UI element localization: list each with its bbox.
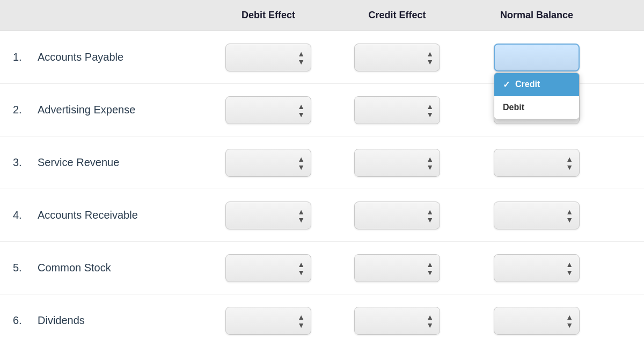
- row-label-6: 6. Dividends: [0, 314, 204, 327]
- row-label-4: 4. Accounts Receivable: [0, 209, 204, 221]
- header-normal: Normal Balance: [462, 8, 612, 23]
- debit-select-4[interactable]: Credit Debit: [225, 202, 311, 229]
- check-icon: ✓: [503, 80, 510, 90]
- debit-select-wrapper-3: Credit Debit ▲▼: [225, 149, 311, 177]
- row-label-5: 5. Common Stock: [0, 262, 204, 274]
- table-header: Debit Effect Credit Effect Normal Balanc…: [0, 0, 644, 31]
- debit-select-wrapper-1: Credit Debit ▲ ▼: [225, 44, 311, 71]
- dropdown-option-debit[interactable]: Debit: [494, 96, 579, 119]
- table-row: 4. Accounts Receivable Credit Debit ▲▼ C…: [0, 189, 644, 242]
- dropdown-option-credit[interactable]: ✓ Credit: [494, 73, 579, 96]
- row-number-6: 6.: [13, 314, 28, 327]
- table-row: 5. Common Stock Credit Debit ▲▼ Credit D…: [0, 242, 644, 294]
- debit-cell-5: Credit Debit ▲▼: [204, 254, 333, 282]
- debit-cell-1: Credit Debit ▲ ▼: [204, 44, 333, 71]
- credit-cell-3: Credit Debit ▲▼: [333, 149, 462, 177]
- row-number-3: 3.: [13, 156, 28, 169]
- credit-cell-1: Credit Debit ▲ ▼: [333, 44, 462, 71]
- normal-cell-5: Credit Debit ▲▼: [462, 254, 612, 282]
- credit-cell-5: Credit Debit ▲▼: [333, 254, 462, 282]
- header-debit: Debit Effect: [204, 8, 333, 23]
- normal-dropdown-menu-1: ✓ Credit Debit: [494, 73, 580, 119]
- normal-select-6[interactable]: Credit Debit: [494, 307, 580, 335]
- credit-select-4[interactable]: Credit Debit: [354, 202, 440, 229]
- normal-cell-6: Credit Debit ▲▼: [462, 307, 612, 335]
- row-number-2: 2.: [13, 104, 28, 116]
- option-label-debit: Debit: [503, 103, 524, 112]
- row-name-1: Accounts Payable: [38, 51, 123, 63]
- normal-select-wrapper-3: Credit Debit ▲▼: [494, 149, 580, 177]
- row-label-2: 2. Advertising Expense: [0, 104, 204, 116]
- normal-select-wrapper-4: Credit Debit ▲▼: [494, 202, 580, 229]
- row-label-1: 1. Accounts Payable: [0, 51, 204, 63]
- row-name-6: Dividends: [38, 314, 85, 327]
- row-name-3: Service Revenue: [38, 156, 119, 169]
- normal-cell-3: Credit Debit ▲▼: [462, 149, 612, 177]
- debit-select-3[interactable]: Credit Debit: [225, 149, 311, 177]
- row-name-2: Advertising Expense: [38, 104, 135, 116]
- row-name-4: Accounts Receivable: [38, 209, 138, 221]
- accounting-table: Debit Effect Credit Effect Normal Balanc…: [0, 0, 644, 338]
- debit-select-wrapper-5: Credit Debit ▲▼: [225, 254, 311, 282]
- credit-cell-6: Credit Debit ▲▼: [333, 307, 462, 335]
- table-row: 3. Service Revenue Credit Debit ▲▼ Credi…: [0, 136, 644, 189]
- credit-select-wrapper-5: Credit Debit ▲▼: [354, 254, 440, 282]
- normal-cell-1: ✓ Credit Debit: [462, 44, 612, 71]
- row-number-1: 1.: [13, 51, 28, 63]
- table-row: 6. Dividends Credit Debit ▲▼ Credit Debi…: [0, 294, 644, 338]
- credit-select-wrapper-2: Credit Debit ▲▼: [354, 96, 440, 124]
- credit-select-5[interactable]: Credit Debit: [354, 254, 440, 282]
- debit-select-wrapper-4: Credit Debit ▲▼: [225, 202, 311, 229]
- row-label-3: 3. Service Revenue: [0, 156, 204, 169]
- debit-select-wrapper-2: Credit Debit ▲▼: [225, 96, 311, 124]
- debit-select-6[interactable]: Credit Debit: [225, 307, 311, 335]
- debit-select-2[interactable]: Credit Debit: [225, 96, 311, 124]
- normal-select-5[interactable]: Credit Debit: [494, 254, 580, 282]
- row-name-5: Common Stock: [38, 262, 111, 274]
- normal-select-wrapper-6: Credit Debit ▲▼: [494, 307, 580, 335]
- normal-select-wrapper-5: Credit Debit ▲▼: [494, 254, 580, 282]
- credit-select-1[interactable]: Credit Debit: [354, 44, 440, 71]
- debit-cell-6: Credit Debit ▲▼: [204, 307, 333, 335]
- row-number-5: 5.: [13, 262, 28, 274]
- debit-select-5[interactable]: Credit Debit: [225, 254, 311, 282]
- credit-select-wrapper-3: Credit Debit ▲▼: [354, 149, 440, 177]
- credit-select-3[interactable]: Credit Debit: [354, 149, 440, 177]
- header-account: [0, 8, 204, 23]
- debit-cell-4: Credit Debit ▲▼: [204, 202, 333, 229]
- debit-select-wrapper-6: Credit Debit ▲▼: [225, 307, 311, 335]
- debit-select-1[interactable]: Credit Debit: [225, 44, 311, 71]
- credit-cell-2: Credit Debit ▲▼: [333, 96, 462, 124]
- header-credit: Credit Effect: [333, 8, 462, 23]
- credit-select-2[interactable]: Credit Debit: [354, 96, 440, 124]
- credit-select-wrapper-4: Credit Debit ▲▼: [354, 202, 440, 229]
- normal-select-4[interactable]: Credit Debit: [494, 202, 580, 229]
- credit-select-wrapper-1: Credit Debit ▲ ▼: [354, 44, 440, 71]
- credit-cell-4: Credit Debit ▲▼: [333, 202, 462, 229]
- debit-cell-3: Credit Debit ▲▼: [204, 149, 333, 177]
- table-row: 1. Accounts Payable Credit Debit ▲ ▼: [0, 31, 644, 84]
- row-number-4: 4.: [13, 209, 28, 221]
- normal-cell-4: Credit Debit ▲▼: [462, 202, 612, 229]
- option-label-credit: Credit: [515, 80, 540, 89]
- debit-cell-2: Credit Debit ▲▼: [204, 96, 333, 124]
- credit-select-wrapper-6: Credit Debit ▲▼: [354, 307, 440, 335]
- credit-select-6[interactable]: Credit Debit: [354, 307, 440, 335]
- normal-dropdown-trigger-1[interactable]: [494, 44, 580, 71]
- normal-dropdown-wrapper-1: ✓ Credit Debit: [494, 44, 580, 71]
- normal-select-3[interactable]: Credit Debit: [494, 149, 580, 177]
